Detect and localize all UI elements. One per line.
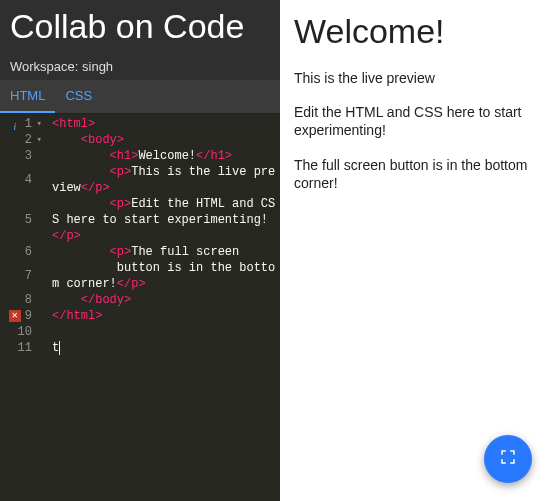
code-line[interactable]: t [48, 340, 280, 356]
workspace-label: Workspace: singh [10, 59, 280, 74]
line-number: 9 [25, 308, 32, 324]
code-line[interactable]: <html> [48, 116, 280, 132]
gutter-row: 4 [0, 164, 48, 196]
line-number: 11 [18, 340, 32, 356]
line-number: 1 [25, 116, 32, 132]
line-number: 4 [25, 172, 32, 188]
gutter-row: 7 [0, 260, 48, 292]
code-line[interactable]: <p>This is the live preview</p> [48, 164, 280, 196]
preview-paragraph: This is the live preview [294, 69, 536, 87]
code-line[interactable] [48, 324, 280, 340]
gutter-row: 10 [0, 324, 48, 340]
code-line[interactable]: </html> [48, 308, 280, 324]
fold-icon[interactable]: ▾ [34, 116, 42, 132]
preview-heading: Welcome! [294, 12, 536, 51]
line-number: 7 [25, 268, 32, 284]
gutter-row: 5 [0, 196, 48, 244]
gutter-row: 8 [0, 292, 48, 308]
code-line[interactable]: <body> [48, 132, 280, 148]
app-title: Collab on Code [10, 8, 280, 45]
preview-paragraph: The full screen button is in the bottom … [294, 156, 536, 192]
text-cursor [59, 341, 60, 355]
gutter-row: ✕9 [0, 308, 48, 324]
editor-panel: Collab on Code Workspace: singh HTML CSS… [0, 0, 280, 501]
tab-html[interactable]: HTML [0, 80, 55, 113]
gutter-row: 6 [0, 244, 48, 260]
line-number: 2 [25, 132, 32, 148]
code-line[interactable]: <p>Edit the HTML and CSS here to start e… [48, 196, 280, 244]
preview-paragraph: Edit the HTML and CSS here to start expe… [294, 103, 536, 139]
tab-css[interactable]: CSS [55, 80, 102, 113]
code-line[interactable]: button is in the bottom corner!</p> [48, 260, 280, 292]
gutter-row: 11 [0, 340, 48, 356]
line-number: 6 [25, 244, 32, 260]
info-icon: i [9, 118, 21, 130]
fullscreen-button[interactable] [484, 435, 532, 483]
line-number: 3 [25, 148, 32, 164]
line-number: 5 [25, 212, 32, 228]
line-number: 8 [25, 292, 32, 308]
code-line[interactable]: </body> [48, 292, 280, 308]
line-number: 10 [18, 324, 32, 340]
error-icon: ✕ [9, 310, 21, 322]
code-line[interactable]: <h1>Welcome!</h1> [48, 148, 280, 164]
gutter-row: 2▾ [0, 132, 48, 148]
tab-bar: HTML CSS [0, 80, 280, 114]
fullscreen-icon [499, 448, 517, 470]
code-editor[interactable]: i1▾2▾345678✕91011 <html> <body> <h1>Welc… [0, 114, 280, 501]
gutter-row: 3 [0, 148, 48, 164]
code-line[interactable]: <p>The full screen [48, 244, 280, 260]
gutter-row: i1▾ [0, 116, 48, 132]
fold-icon[interactable]: ▾ [34, 132, 42, 148]
preview-panel: Welcome! This is the live preview Edit t… [280, 0, 550, 501]
